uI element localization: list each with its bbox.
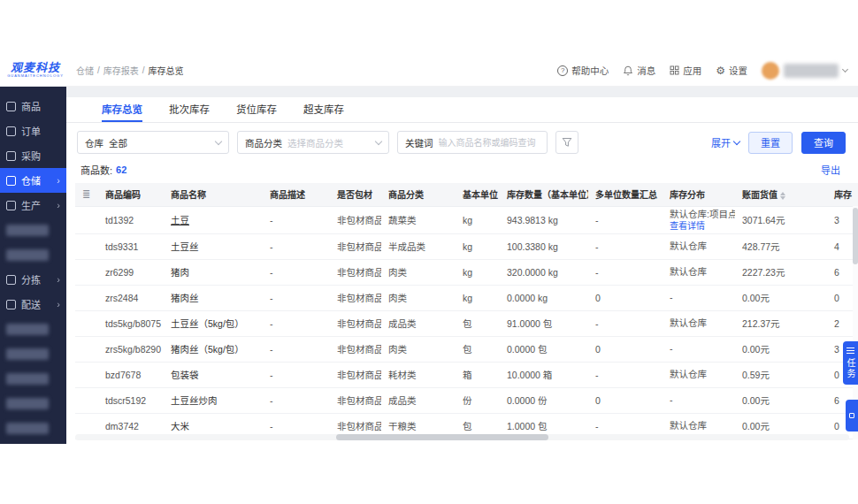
sort-icon[interactable] — [780, 192, 785, 200]
product-name-link[interactable]: 土豆丝炒肉 — [171, 395, 218, 406]
tab-1[interactable]: 批次库存 — [169, 97, 210, 122]
vertical-scrollbar-thumb[interactable] — [853, 208, 858, 264]
help-center-link[interactable]: ? 帮助中心 — [557, 64, 609, 77]
product-name-link[interactable]: 土豆丝 — [171, 241, 199, 252]
topbar-actions: ? 帮助中心 消息 应用 ⚙ 设置 — [557, 62, 858, 80]
product-name-link[interactable]: 包装袋 — [171, 370, 199, 380]
table-row[interactable]: zrs5kg/b8290 猪肉丝（5kg/包） - 非包材商品 肉类 包 0.0… — [75, 336, 858, 362]
col-header-book-value[interactable]: 账面货值 — [735, 183, 827, 206]
sidebar-item-6[interactable]: › — [0, 242, 66, 267]
task-float-tab[interactable]: 任务 — [843, 341, 858, 385]
floating-widget-collapsed[interactable] — [846, 400, 858, 431]
table-row[interactable]: td1392 土豆 - 非包材商品 蔬菜类 kg 943.9813 kg - 默… — [75, 206, 858, 233]
logo[interactable]: 观麦科技 GUANMAITECHNOLOGY — [0, 62, 71, 79]
sidebar-item-1[interactable]: 订单 › — [0, 118, 66, 143]
horizontal-scrollbar[interactable] — [75, 434, 849, 440]
product-name-cell: 土豆 — [164, 206, 263, 233]
redacted-label — [6, 398, 49, 409]
table-row[interactable]: bzd7678 包装袋 - 非包材商品 耗材类 箱 10.0000 箱 - 默认… — [75, 362, 858, 387]
view-details-link[interactable]: 查看详情 — [670, 220, 728, 232]
table-row[interactable]: tds5kg/b8075 土豆丝（5kg/包） - 非包材商品 成品类 包 91… — [75, 310, 858, 336]
search-button[interactable]: 查询 — [801, 132, 846, 154]
base-unit-cell: kg — [456, 285, 500, 310]
row-leading-cell — [75, 362, 98, 387]
top-header: 观麦科技 GUANMAITECHNOLOGY 仓储 / 库存报表 / 库存总览 … — [0, 55, 858, 87]
tab-label: 超支库存 — [303, 102, 344, 116]
filter-funnel-button[interactable] — [555, 131, 578, 154]
product-name-link[interactable]: 猪肉丝 — [171, 293, 199, 303]
tab-label: 库存总览 — [102, 102, 142, 116]
sidebar-item-13[interactable]: › — [0, 416, 66, 440]
table-row[interactable]: zr6299 猪肉 - 非包材商品 肉类 kg 320.0000 kg - 默认… — [75, 259, 858, 285]
content-gap — [66, 87, 858, 97]
settings-link[interactable]: ⚙ 设置 — [716, 64, 747, 77]
product-name-cell: 土豆丝 — [164, 233, 263, 259]
keyword-input[interactable] — [439, 138, 540, 148]
horizontal-scrollbar-thumb[interactable] — [336, 434, 548, 440]
breadcrumb-item[interactable]: 仓储 — [76, 64, 94, 77]
row-leading-cell — [75, 233, 98, 259]
sidebar-item-4[interactable]: 生产 › — [0, 193, 66, 218]
table-row[interactable]: tds9331 土豆丝 - 非包材商品 半成品类 kg 100.3380 kg … — [75, 233, 858, 259]
sidebar-item-8[interactable]: 配送 › — [0, 292, 66, 317]
category-cell: 成品类 — [381, 310, 456, 336]
product-name-link[interactable]: 猪肉丝（5kg/包） — [171, 344, 244, 355]
table-row[interactable]: tdscr5192 土豆丝炒肉 - 非包材商品 成品类 份 0.0000 份 0… — [75, 387, 858, 413]
col-header-is-packaging: 是否包材 — [330, 183, 381, 206]
row-leading-cell — [75, 206, 98, 233]
apps-link[interactable]: 应用 — [670, 64, 701, 77]
product-name-link[interactable]: 大米 — [171, 421, 189, 431]
row-leading-cell — [75, 259, 98, 285]
sorting-icon — [6, 275, 16, 285]
row-leading-cell — [75, 285, 98, 310]
category-select[interactable]: 商品分类 选择商品分类 — [237, 131, 389, 154]
column-settings-icon[interactable]: ≣ — [82, 188, 90, 199]
sidebar-item-3[interactable]: 仓储 › — [0, 168, 66, 193]
product-code-cell: zrs5kg/b8290 — [98, 336, 164, 362]
product-count-value: 62 — [116, 164, 126, 175]
col-header-category: 商品分类 — [381, 183, 456, 206]
table-row[interactable]: zrs2484 猪肉丝 - 非包材商品 肉类 kg 0.0000 kg 0 - … — [75, 285, 858, 310]
category-cell: 蔬菜类 — [381, 206, 456, 233]
tab-3[interactable]: 超支库存 — [303, 97, 344, 122]
is-packaging-cell: 非包材商品 — [330, 387, 381, 413]
sidebar-item-9[interactable]: › — [0, 317, 66, 341]
chevron-down-icon — [375, 137, 382, 144]
is-packaging-cell: 非包材商品 — [330, 310, 381, 336]
reset-button[interactable]: 重置 — [748, 132, 793, 154]
question-icon: ? — [557, 65, 568, 76]
description-cell: - — [263, 259, 330, 285]
warehouse-icon — [6, 176, 16, 186]
user-menu[interactable] — [762, 62, 847, 80]
messages-link[interactable]: 消息 — [623, 64, 655, 77]
sidebar-item-11[interactable]: › — [0, 366, 66, 391]
sidebar-item-0[interactable]: 商品 › — [0, 94, 66, 118]
sidebar-item-7[interactable]: 分拣 › — [0, 267, 66, 292]
sidebar: 商品 › 订单 › 采购 › 仓储 › 生产 › › › 分拣 › — [0, 87, 66, 444]
keyword-field-label: 关键词 — [405, 136, 433, 149]
export-link[interactable]: 导出 — [821, 163, 840, 177]
breadcrumb-separator: / — [97, 65, 100, 75]
product-code-cell: zr6299 — [98, 259, 164, 285]
description-cell: - — [263, 233, 330, 259]
sidebar-item-10[interactable]: › — [0, 341, 66, 366]
breadcrumb-item[interactable]: 库存报表 — [103, 64, 139, 77]
warehouse-select[interactable]: 仓库 全部 — [77, 131, 229, 154]
book-value-cell: 0.00元 — [735, 387, 827, 413]
product-name-link[interactable]: 土豆丝（5kg/包） — [171, 318, 244, 329]
product-code-cell: td1392 — [98, 206, 164, 233]
tab-2[interactable]: 货位库存 — [236, 97, 277, 122]
product-code-cell: zrs2484 — [98, 285, 164, 310]
book-value-cell: 0.00元 — [735, 336, 827, 362]
sidebar-item-12[interactable]: › — [0, 391, 66, 416]
tab-0[interactable]: 库存总览 — [102, 97, 142, 122]
product-count-label: 商品数: — [80, 163, 112, 177]
book-value-cell: 2227.23元 — [735, 259, 827, 285]
sidebar-item-2[interactable]: 采购 › — [0, 143, 66, 168]
sidebar-item-5[interactable]: › — [0, 218, 66, 242]
task-list-icon — [847, 346, 854, 355]
product-name-link[interactable]: 土豆 — [171, 215, 189, 225]
warehouse-select-value: 全部 — [109, 136, 211, 149]
product-name-link[interactable]: 猪肉 — [171, 267, 189, 278]
expand-link[interactable]: 展开 — [711, 135, 739, 149]
